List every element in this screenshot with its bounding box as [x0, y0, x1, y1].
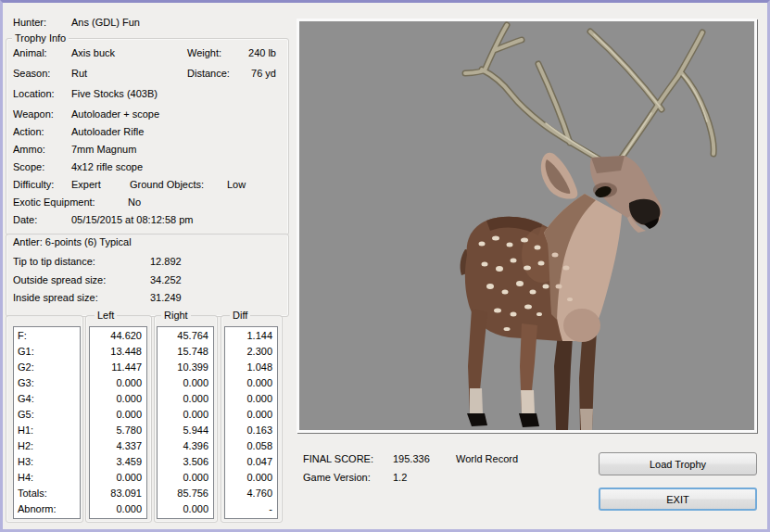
right-value: 0.000	[158, 375, 213, 391]
right-value: 10.399	[158, 360, 213, 375]
location-value: Five Stocks (403B)	[71, 88, 158, 100]
trophy-info-caption: Trophy Info	[12, 32, 69, 44]
row-label: G2:	[14, 360, 80, 375]
hunter-label: Hunter:	[13, 17, 46, 29]
row-label: Abnorm:	[14, 501, 80, 517]
weapon-label: Weapon:	[13, 108, 54, 120]
left-value: 0.000	[90, 375, 146, 391]
diff-value: 0.000	[225, 391, 277, 407]
right-value: 3.506	[158, 454, 213, 470]
diff-value: 0.163	[225, 423, 277, 438]
left-value: 83.091	[90, 486, 146, 501]
row-label: H4:	[14, 470, 80, 486]
diff-value: 0.000	[225, 407, 277, 423]
weight-label: Weight:	[187, 47, 221, 59]
date-value: 05/15/2015 at 08:12:58 pm	[71, 214, 194, 226]
diff-value: 4.760	[225, 486, 277, 501]
inside-spread-label: Inside spread size:	[13, 292, 98, 304]
diff-value: 0.047	[225, 454, 277, 470]
antlers	[465, 25, 713, 167]
left-value: 11.447	[90, 360, 146, 375]
right-value: 0.000	[158, 407, 213, 423]
final-score-value: 195.336	[393, 453, 430, 465]
action-label: Action:	[13, 126, 44, 138]
diff-values-list[interactable]: 1.144 2.300 1.048 0.000 0.000 0.000 0.16…	[224, 326, 278, 519]
axis-buck-render	[299, 21, 754, 430]
measurement-labels-list[interactable]: F: G1: G2: G3: G4: G5: H1: H2: H3: H4: T…	[13, 326, 81, 519]
row-label: H1:	[14, 423, 80, 438]
left-value: 44.620	[90, 328, 146, 344]
exotic-value: No	[128, 196, 141, 209]
right-value: 85.756	[158, 486, 213, 501]
scope-value: 4x12 rifle scope	[71, 161, 143, 173]
left-value: 0.000	[90, 470, 146, 486]
diff-value: 0.000	[225, 375, 277, 391]
right-value: 0.000	[158, 470, 213, 486]
ground-objects-label: Ground Objects:	[130, 179, 204, 191]
exotic-label: Exotic Equipment:	[13, 196, 95, 209]
left-value: 13.448	[90, 344, 146, 360]
tip-to-tip-label: Tip to tip distance:	[13, 256, 95, 268]
final-score-label: FINAL SCORE:	[303, 453, 373, 465]
distance-value: 76 yd	[222, 68, 276, 80]
exit-button[interactable]: EXIT	[599, 488, 757, 511]
left-value: 5.780	[90, 423, 146, 438]
right-value: 0.000	[158, 501, 213, 517]
diff-value: 0.058	[225, 438, 277, 454]
season-value: Rut	[71, 68, 87, 80]
left-value: 4.337	[90, 438, 146, 454]
tip-to-tip-value: 12.892	[150, 256, 182, 268]
ammo-value: 7mm Magnum	[71, 144, 136, 156]
right-value: 15.748	[158, 344, 213, 360]
trophy-3d-viewport[interactable]	[297, 19, 757, 433]
ground-objects-value: Low	[227, 179, 246, 191]
game-version-value: 1.2	[393, 472, 407, 484]
antler-line: Antler: 6-points (6) Typical	[13, 236, 132, 248]
left-value: 3.459	[90, 454, 146, 470]
difficulty-value: Expert	[71, 179, 101, 191]
inside-spread-value: 31.249	[150, 292, 182, 304]
animal-value: Axis buck	[71, 47, 115, 59]
diff-value: 1.144	[225, 328, 277, 344]
left-column-header: Left	[95, 310, 117, 322]
left-value: 0.000	[90, 407, 146, 423]
hunter-value: Ans (GDL) Fun	[71, 17, 140, 29]
right-value: 4.396	[158, 438, 213, 454]
right-value: 45.764	[158, 328, 213, 344]
row-label: G4:	[14, 391, 80, 407]
right-value: 0.000	[158, 391, 213, 407]
row-label: G5:	[14, 407, 80, 423]
season-label: Season:	[13, 68, 50, 80]
right-values-list[interactable]: 45.764 15.748 10.399 0.000 0.000 0.000 5…	[157, 326, 214, 519]
right-column-header: Right	[161, 310, 191, 322]
row-label: H3:	[14, 454, 80, 470]
difficulty-label: Difficulty:	[13, 179, 54, 191]
left-values-list[interactable]: 44.620 13.448 11.447 0.000 0.000 0.000 5…	[89, 326, 147, 519]
scope-label: Scope:	[13, 161, 44, 173]
diff-value: 2.300	[225, 344, 277, 360]
ammo-label: Ammo:	[13, 144, 45, 156]
diff-value: 1.048	[225, 360, 277, 375]
weapon-value: Autoloader + scope	[71, 108, 159, 120]
left-value: 0.000	[90, 501, 146, 517]
final-score-rank: World Record	[456, 453, 518, 465]
row-label: Totals:	[14, 486, 80, 501]
action-value: Autoloader Rifle	[71, 126, 144, 138]
date-label: Date:	[13, 214, 37, 226]
row-label: G1:	[14, 344, 80, 360]
row-label: G3:	[14, 375, 80, 391]
row-label: H2:	[14, 438, 80, 454]
deer-ear	[541, 153, 578, 199]
diff-column-header: Diff	[230, 310, 250, 322]
animal-label: Animal:	[13, 47, 47, 59]
weight-value: 240 lb	[222, 47, 276, 59]
load-trophy-button[interactable]: Load Trophy	[599, 452, 757, 475]
outside-spread-value: 34.252	[150, 274, 182, 286]
left-value: 0.000	[90, 391, 146, 407]
diff-value: -	[225, 501, 277, 517]
location-label: Location:	[13, 88, 55, 100]
diff-value: 0.000	[225, 470, 277, 486]
outside-spread-label: Outside spread size:	[13, 274, 106, 286]
trophy-viewer-window: Hunter: Ans (GDL) Fun Trophy Info Animal…	[0, 0, 770, 532]
row-label: F:	[14, 328, 80, 344]
